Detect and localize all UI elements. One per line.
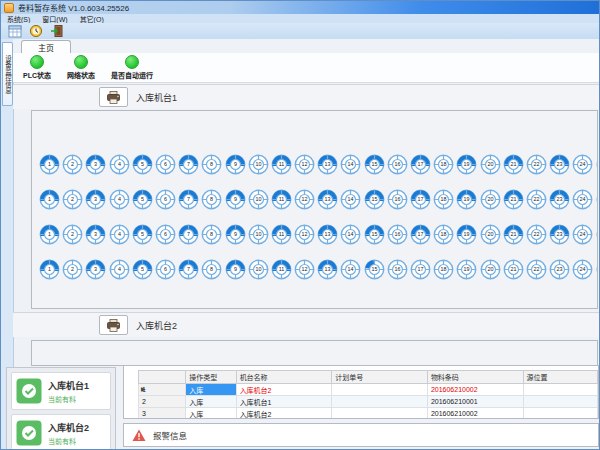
slot-indicator: 25 [595,223,599,246]
col-material-barcode[interactable]: 物料条码 [427,371,523,384]
slot-indicator: 2 [61,188,84,211]
col-source-location[interactable]: 源位置 [523,371,598,384]
table-cell-src[interactable] [523,384,598,396]
slot-indicator: 13 [316,188,339,211]
slot-indicator: 14 [339,188,362,211]
slot-indicator: 12 [293,153,316,176]
table-row[interactable]: 2入库入库机台1201606210001 [139,396,598,408]
slot-indicator: 7 [177,258,200,281]
table-cell-plan[interactable] [332,384,428,396]
slot-indicator: 3 [84,258,107,281]
slot-row: 1234567891011121314151617181920212223242… [38,153,597,176]
slot-indicator: 9 [224,258,247,281]
slot-indicator: 16 [386,258,409,281]
slot-indicator: 15 [363,258,386,281]
side-tab[interactable]: 设备监控信息 [2,42,13,106]
svg-text:15: 15 [371,266,377,272]
svg-text:24: 24 [580,231,586,237]
row-header-cell[interactable]: ▶1 [139,384,186,396]
svg-text:12: 12 [302,231,308,237]
table-cell-machine[interactable]: 入库机台2 [236,408,332,420]
table-row[interactable]: 3入库入库机台2201606210002 [139,408,598,420]
slot-indicator: 20 [479,188,502,211]
svg-text:19: 19 [464,161,470,167]
svg-text:24: 24 [580,266,586,272]
slot-indicator: 21 [502,258,525,281]
slot-indicator: 1 [38,258,61,281]
table-cell-op[interactable]: 入库 [186,408,236,420]
menu-window[interactable]: 窗口(W) [36,14,73,24]
table-row[interactable]: ▶1入库入库机台2201606210002 [139,384,598,396]
svg-text:21: 21 [510,231,516,237]
slot-indicator: 10 [247,223,270,246]
table-cell-machine[interactable]: 入库机台2 [236,384,332,396]
machine1-card[interactable]: 入库机台1 当前有料 [11,372,111,410]
svg-text:1: 1 [48,161,51,167]
slot-indicator: 11 [270,258,293,281]
slot-row: 1234567891011121314151617181920212223242… [38,188,597,211]
table-cell-src[interactable] [523,408,598,420]
slot-indicator: 4 [108,223,131,246]
slot-indicator: 1 [38,153,61,176]
svg-text:21: 21 [510,196,516,202]
green-light-icon [125,55,139,69]
svg-text:1: 1 [48,231,51,237]
svg-text:10: 10 [255,266,261,272]
slot-indicator: 11 [270,188,293,211]
clock-icon[interactable] [27,24,45,39]
svg-text:5: 5 [141,266,144,272]
svg-text:22: 22 [533,196,539,202]
tab-home[interactable]: 主页 [21,40,71,54]
app-icon [4,3,14,13]
slot-indicator: 5 [131,153,154,176]
svg-text:9: 9 [234,196,237,202]
menu-other[interactable]: 其它(O) [74,14,110,24]
table-cell-op[interactable]: 入库 [186,384,236,396]
machine1-header: 入库机台1 [13,84,599,109]
col-operation-type[interactable]: 操作类型 [186,371,236,384]
slot-indicator: 16 [386,188,409,211]
col-plan-number[interactable]: 计划单号 [332,371,428,384]
table-cell-plan[interactable] [332,396,428,408]
table-cell-barcode[interactable]: 201606210001 [427,396,523,408]
table-cell-barcode[interactable]: 201606210002 [427,408,523,420]
slot-indicator: 9 [224,188,247,211]
slot-indicator: 18 [432,153,455,176]
svg-text:19: 19 [464,231,470,237]
slot-indicator: 16 [386,223,409,246]
svg-text:17: 17 [418,231,424,237]
slot-indicator: 12 [293,188,316,211]
slot-indicator: 13 [316,258,339,281]
print-button[interactable] [99,87,128,107]
machine2-card[interactable]: 入库机台2 当前有料 [11,414,111,450]
auto-run-status: 是否自动运行 [111,55,153,80]
printer-icon [106,91,121,104]
print-button[interactable] [99,315,128,335]
slot-indicator: 17 [409,188,432,211]
table-cell-barcode[interactable]: 201606210002 [427,384,523,396]
col-machine-name[interactable]: 机台名称 [236,371,332,384]
table-cell-op[interactable]: 入库 [186,396,236,408]
exit-icon[interactable] [48,24,66,39]
svg-text:23: 23 [557,266,563,272]
slot-indicator: 4 [108,153,131,176]
menu-system[interactable]: 系统(S) [1,14,36,24]
row-header-cell[interactable]: 2 [139,396,186,408]
slot-indicator: 10 [247,188,270,211]
row-header-cell[interactable]: 3 [139,408,186,420]
svg-text:7: 7 [187,231,190,237]
slot-indicator: 1 [38,188,61,211]
svg-text:4: 4 [118,231,121,237]
svg-text:8: 8 [210,196,213,202]
table-cell-machine[interactable]: 入库机台1 [236,396,332,408]
svg-text:4: 4 [118,266,121,272]
operation-records-table: 操作类型 机台名称 计划单号 物料条码 源位置 ▶1入库入库机台22016062… [123,365,599,419]
svg-text:24: 24 [580,196,586,202]
card-title: 入库机台2 [48,421,89,434]
slot-row: 1234567891011121314151617181920212223242… [38,223,597,246]
table-cell-src[interactable] [523,396,598,408]
svg-text:18: 18 [441,266,447,272]
slot-indicator: 6 [154,153,177,176]
schedule-icon[interactable] [6,24,24,39]
table-cell-plan[interactable] [332,408,428,420]
